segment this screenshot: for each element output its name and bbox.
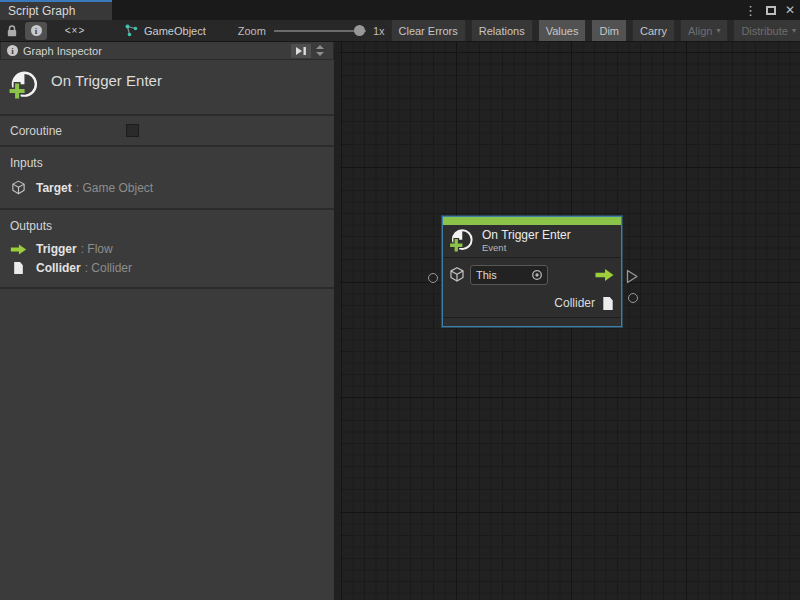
button-label: Clear Errors	[399, 25, 458, 37]
flow-arrow-icon	[10, 243, 27, 256]
target-input-port[interactable]	[428, 273, 438, 283]
lock-button[interactable]	[1, 22, 23, 40]
tab-title: Script Graph	[8, 4, 75, 18]
input-port-row: Target : Game Object	[0, 177, 334, 199]
coroutine-label: Coroutine	[10, 124, 62, 138]
graph-icon	[124, 23, 139, 38]
chevron-down-icon: ▾	[716, 26, 720, 35]
port-name: Target	[36, 181, 72, 195]
port-type: : Game Object	[76, 181, 153, 195]
port-name: Trigger	[36, 242, 77, 256]
graph-canvas[interactable]: On Trigger Enter Event This	[340, 42, 800, 600]
inputs-section: Inputs Target : Game Object	[0, 147, 334, 210]
object-picker-icon[interactable]	[531, 269, 543, 281]
unit-title-section: On Trigger Enter	[0, 60, 334, 116]
trigger-flow-port[interactable]	[626, 269, 639, 284]
game-object-icon	[10, 179, 27, 196]
collider-output-label: Collider	[554, 296, 595, 310]
relations-button[interactable]: Relations	[471, 20, 533, 42]
chevron-down-icon: ▾	[792, 26, 796, 35]
toolbar-button-group: Clear Errors Relations Values Dim Carry …	[385, 20, 800, 42]
port-name: Collider	[36, 261, 81, 275]
maximize-icon[interactable]	[766, 6, 776, 15]
tab-script-graph[interactable]: Script Graph	[0, 0, 112, 20]
dock-panel-button[interactable]	[291, 44, 311, 58]
clear-errors-button[interactable]: Clear Errors	[391, 20, 466, 42]
dim-toggle-button[interactable]: Dim	[591, 20, 627, 42]
node-target-row: This	[443, 258, 621, 291]
zoom-control: Zoom 1x	[238, 25, 385, 37]
preview-code-button[interactable]: <×>	[55, 22, 95, 40]
document-icon	[10, 261, 27, 275]
button-label: Carry	[640, 25, 667, 37]
zoom-slider-thumb[interactable]	[354, 25, 365, 36]
node-footer	[443, 317, 621, 326]
window-menu-icon[interactable]: ⋮	[744, 4, 757, 17]
inputs-heading: Inputs	[0, 154, 334, 177]
panel-scrubber[interactable]	[316, 45, 324, 56]
graph-reference-breadcrumb[interactable]: GameObject	[124, 23, 206, 38]
dock-icon	[295, 46, 307, 56]
node-color-bar	[443, 217, 621, 225]
target-field-value: This	[476, 269, 531, 281]
info-icon: i	[7, 45, 18, 56]
outputs-section: Outputs Trigger : Flow Collider : Collid…	[0, 210, 334, 289]
info-icon: i	[31, 25, 42, 36]
graph-inspector-panel: i Graph Inspector On Trigger Enter	[0, 42, 340, 600]
collider-output-port[interactable]	[628, 293, 638, 303]
on-trigger-enter-node[interactable]: On Trigger Enter Event This	[442, 216, 622, 327]
lock-icon	[6, 24, 18, 38]
node-header[interactable]: On Trigger Enter Event	[443, 225, 621, 258]
document-icon	[602, 296, 614, 311]
coroutine-row: Coroutine	[0, 116, 334, 147]
node-title: On Trigger Enter	[482, 229, 571, 242]
graph-toolbar: i <×> GameObject Zoom 1x Clear Errors Re…	[0, 20, 800, 42]
coroutine-checkbox[interactable]	[126, 124, 139, 137]
node-body[interactable]: On Trigger Enter Event This	[442, 216, 622, 327]
unit-title: On Trigger Enter	[51, 72, 162, 89]
node-collider-row: Collider	[443, 291, 621, 315]
zoom-label: Zoom	[238, 25, 266, 37]
button-label: Align	[688, 25, 712, 37]
zoom-value: 1x	[373, 25, 385, 37]
flow-arrow-icon	[594, 268, 615, 282]
game-object-icon	[449, 266, 465, 283]
port-type: : Collider	[85, 261, 132, 275]
window-controls: ⋮ ✕	[744, 0, 795, 20]
values-toggle-button[interactable]: Values	[538, 20, 587, 42]
inspector-toggle-button[interactable]: i	[25, 22, 47, 40]
event-unit-icon	[7, 69, 40, 104]
button-label: Distribute	[741, 25, 787, 37]
port-type: : Flow	[81, 242, 113, 256]
carry-toggle-button[interactable]: Carry	[632, 20, 675, 42]
chevron-down-icon	[316, 52, 324, 56]
align-dropdown-button[interactable]: Align ▾	[680, 20, 728, 42]
button-label: Dim	[599, 25, 619, 37]
outputs-heading: Outputs	[0, 217, 334, 240]
close-icon[interactable]: ✕	[785, 4, 795, 16]
target-object-field[interactable]: This	[470, 265, 548, 285]
chevron-up-icon	[316, 45, 324, 49]
distribute-dropdown-button[interactable]: Distribute ▾	[733, 20, 800, 42]
main-area: i Graph Inspector On Trigger Enter	[0, 42, 800, 600]
output-port-row: Collider : Collider	[0, 259, 334, 278]
node-subtitle: Event	[482, 242, 571, 253]
graph-inspector-title: Graph Inspector	[23, 45, 102, 57]
output-port-row: Trigger : Flow	[0, 240, 334, 259]
code-icon: <×>	[65, 25, 86, 36]
zoom-slider[interactable]	[274, 30, 366, 32]
title-bar: Script Graph ⋮ ✕	[0, 0, 800, 20]
node-titles: On Trigger Enter Event	[482, 229, 571, 253]
button-label: Values	[546, 25, 579, 37]
event-unit-icon	[448, 227, 475, 256]
graph-reference-label: GameObject	[144, 25, 206, 37]
button-label: Relations	[479, 25, 525, 37]
graph-inspector-header: i Graph Inspector	[0, 42, 334, 60]
